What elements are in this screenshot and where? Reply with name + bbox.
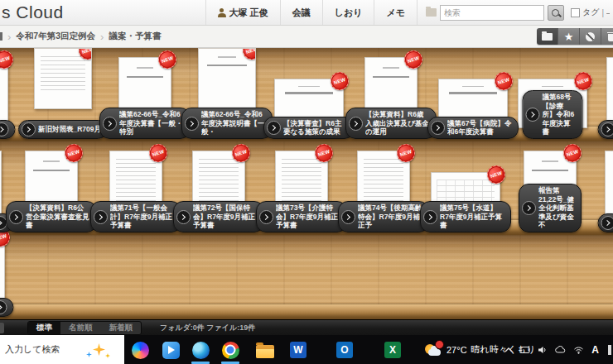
breadcrumb-session[interactable]: 令和7年第3回定例会 [16,31,95,42]
sidebooks-cloud-window: s Cloud 大塚 正俊 会議 しおり メモ タグ | — [0,0,613,364]
taskbar-copilot-icon[interactable] [130,340,150,360]
bottom-bar-cutoff-button[interactable] [0,323,4,333]
new-badge: NEW [0,48,16,71]
tag-filter: タグ | — [567,7,610,18]
document-label[interactable]: 議第74号【後期高齢特会】R7年度9月補正予 [338,201,429,232]
open-document-arrow-icon[interactable] [94,210,108,224]
tray-speaker-icon[interactable] [538,346,548,354]
open-document-arrow-icon[interactable] [601,122,613,136]
document-thumbnail[interactable] [0,151,2,222]
document-label[interactable] [0,120,16,139]
document-title-text: 議第67号【病院】令和6年度決算書 [447,119,512,136]
new-badge: NEW [240,48,256,62]
menu-meeting[interactable]: 会議 [280,0,322,25]
ime-mode-indicator[interactable]: A [591,344,599,356]
open-document-arrow-icon[interactable] [0,122,9,136]
document-thumbnail[interactable]: NEW [0,57,8,128]
document-label[interactable] [598,120,613,139]
document-thumbnail[interactable]: NEW [34,48,92,109]
tag-cutoff-text: — [606,8,610,17]
document-label[interactable]: 報告第21,22号_健全化判断基準及び資金不 [519,184,582,232]
document-label[interactable]: 【決算資料】R6歳入歳出決算及び基金の運用 [345,108,437,139]
star-icon: ★ [564,31,574,42]
document-label[interactable]: 【決算資料】R6公営企業決算審査意見書 [6,201,97,232]
open-document-arrow-icon[interactable] [349,117,363,131]
tab-standard[interactable]: 標準 [28,322,60,334]
document-label[interactable]: 新旧対照表_R709月 [18,120,108,139]
document-label[interactable]: 議第71号【一般会計】R7年度9月補正予算書 [90,201,181,232]
taskbar-outlook-icon[interactable]: O [335,340,355,360]
open-document-arrow-icon[interactable] [103,117,117,131]
open-document-arrow-icon[interactable] [341,210,355,224]
tray-chevron-up-icon[interactable] [504,347,513,353]
open-document-arrow-icon[interactable] [423,210,437,224]
edit-button[interactable] [580,28,601,45]
open-document-arrow-icon[interactable] [185,117,199,131]
document-title-text: 新旧対照表_R709月 [38,125,101,134]
weather-icon [424,342,442,358]
new-badge: NEW [572,69,595,93]
open-document-arrow-icon[interactable] [259,210,273,224]
new-badge: NEW [402,48,425,71]
edge-icon [192,342,210,359]
tab-newest-order[interactable]: 新着順 [101,322,142,334]
search-icon [552,9,559,17]
document-label[interactable]: 議第75号【水道】R7年度9月補正予算書 [420,201,511,232]
tag-checkbox[interactable] [571,8,580,17]
tray-onedrive-cloud-icon[interactable] [555,346,566,353]
search-input[interactable] [440,5,544,21]
document-label[interactable]: 議第68号【診療所】令和6年度決算書 [523,90,583,139]
document-title-text: 【決算資料】R6公営企業決算審査意見書 [26,204,90,230]
favorite-button[interactable]: ★ [558,28,580,45]
open-document-arrow-icon[interactable] [522,201,536,215]
open-document-arrow-icon[interactable] [526,108,540,122]
new-badge: NEW [312,141,335,165]
user-icon [218,8,226,17]
taskbar-media-player-icon[interactable] [161,340,181,360]
open-document-arrow-icon[interactable] [431,121,445,135]
menu-memo[interactable]: メモ [374,0,417,25]
shelf-row: NEW【決算資料】R6公営企業決算審査意見書NEW議第71号【一般会計】R7年度… [0,141,613,235]
document-label[interactable]: 議第62-66号_令和6年度決算説明書【一般・ [181,108,273,139]
tab-name-order[interactable]: 名前順 [60,322,101,334]
taskbar-edge-icon[interactable] [191,340,210,360]
document-thumbnail[interactable]: NEW [198,48,256,109]
taskbar-search-box[interactable]: 入力して検索 [0,335,124,364]
document-title-text: 議第72号【国保特会】R7年度9月補正予算書 [193,204,258,230]
menu-bookmark[interactable]: しおり [322,0,374,25]
open-document-arrow-icon[interactable] [0,300,7,314]
tag-label: タグ [582,7,599,18]
user-menu[interactable]: 大塚 正俊 [205,0,280,25]
taskbar-word-icon[interactable]: W [288,340,308,360]
open-document-arrow-icon[interactable] [601,216,613,230]
document-title-text: 議第71号【一般会計】R7年度9月補正予算書 [110,204,175,230]
document-thumbnail[interactable] [606,57,613,128]
new-badge: NEW [328,69,351,93]
trash-icon [608,34,613,41]
search-button[interactable] [548,5,564,21]
tray-device-icon[interactable] [520,346,530,354]
document-label[interactable]: 議第62-66号_令和6年度決算書【一般・特別 [99,108,191,139]
open-document-arrow-icon[interactable] [267,121,281,135]
document-thumbnail[interactable] [605,151,613,222]
tray-wifi-icon[interactable] [573,346,584,354]
folder-view-button[interactable] [537,28,558,45]
document-title-text: 議第75号【水道】R7年度9月補正予算書 [440,204,504,230]
document-label[interactable]: 議第73号【介護特会】R7年度9月補正予算書 [256,201,347,232]
document-label[interactable] [598,213,613,232]
open-document-arrow-icon[interactable] [176,210,191,224]
taskbar-explorer-icon[interactable] [255,340,275,360]
open-document-arrow-icon[interactable] [9,210,23,224]
taskbar-excel-icon[interactable]: X [383,340,403,360]
open-document-arrow-icon[interactable] [22,122,36,136]
trash-button[interactable] [601,28,613,45]
document-label[interactable]: 議第72号【国保特会】R7年度9月補正予算書 [173,201,264,232]
document-thumbnail[interactable]: NEW [0,235,5,306]
document-label[interactable] [0,298,14,317]
tray-cutoff-icon [608,345,611,355]
breadcrumb-current-folder[interactable]: 議案・予算書 [109,31,161,42]
taskbar-chrome-icon[interactable] [220,340,240,360]
document-label[interactable]: 議第67号【病院】令和6年度決算書 [427,117,519,139]
breadcrumb-chevron-icon: › [7,31,11,43]
document-label[interactable]: 【決算審査】R6主要なる施策の成果 [263,117,355,139]
